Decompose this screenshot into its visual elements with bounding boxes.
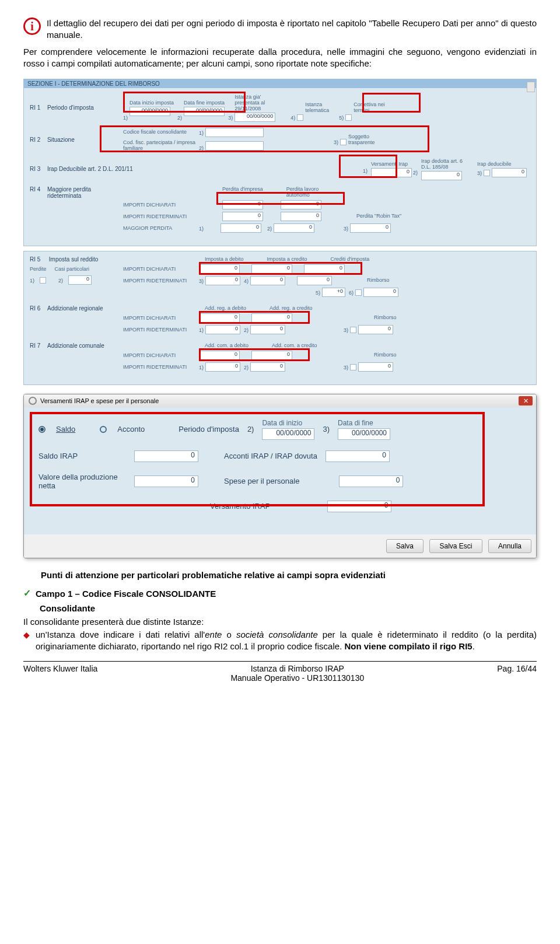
ri1-istanza-telematica-check[interactable] [297, 114, 303, 121]
acconto-radio[interactable] [100, 426, 107, 433]
saldo-radio[interactable] [38, 426, 46, 433]
ri1-data-fine[interactable]: 00/00/0000 [184, 107, 225, 116]
ri5-perdite-check[interactable] [40, 277, 46, 284]
dialog-title-text: Versamenti IRAP e spese per il personale [40, 397, 159, 404]
ri7-d-deb[interactable]: 0 [199, 351, 240, 360]
form-section-1: SEZIONE I - DETERMINAZIONE DEL RIMBORSO … [23, 79, 537, 246]
consolidante-heading: Consolidante [40, 603, 537, 613]
ri5-code: RI 5 [30, 256, 47, 263]
ri6-d-deb[interactable]: 0 [199, 313, 240, 323]
ri6-3-check[interactable] [350, 327, 356, 333]
ri3-deducibile-check[interactable] [484, 170, 490, 176]
ri6-code: RI 6 [30, 305, 47, 312]
info-text: Il dettaglio del recupero dei dati per o… [47, 18, 537, 40]
ri6-r-2[interactable]: 0 [250, 325, 285, 334]
ri3-versamenti[interactable]: 0 [371, 168, 412, 177]
ri3-code: RI 3 [30, 166, 47, 172]
ri5-d-cred[interactable]: 0 [251, 264, 292, 274]
ri5-casi[interactable]: 0 [68, 275, 92, 285]
footer-center1: Istanza di Rimborso IRAP [97, 664, 497, 673]
page-footer: Wolters Kluwer Italia Istanza di Rimbors… [23, 661, 537, 683]
periodo-fine[interactable]: 00/00/0000 [338, 428, 390, 440]
ri1-istanza-gia[interactable]: 00/00/0000 [235, 113, 275, 122]
ri3-desc: Irap Deducibile art. 2 D.L. 201/11 [47, 166, 146, 172]
ri5-d-ci[interactable]: 0 [304, 264, 345, 274]
periodo-inizio[interactable]: 00/00/0000 [262, 428, 314, 440]
ri7-3-check[interactable] [350, 364, 356, 370]
annulla-button[interactable]: Annulla [488, 539, 531, 553]
acconti-input[interactable]: 0 [326, 450, 390, 462]
ri6-d-cred[interactable]: 0 [251, 313, 292, 323]
ri7-desc: Addizionale comunale [47, 342, 123, 349]
ri7-d-cred[interactable]: 0 [251, 351, 292, 360]
footer-left: Wolters Kluwer Italia [23, 664, 97, 683]
ri5-r-3[interactable]: 0 [205, 276, 240, 285]
ri5-rimborso[interactable]: 0 [363, 288, 398, 297]
valore-input[interactable]: 0 [134, 476, 198, 487]
intro-paragraph: Per comprendere velocemente le informazi… [23, 46, 537, 70]
ri2-cf-consolidante[interactable] [205, 128, 264, 137]
versamento-input[interactable]: 0 [327, 501, 391, 512]
check-icon: ✓ [23, 589, 31, 598]
ri7-r-2[interactable]: 0 [250, 362, 285, 372]
ri5-5[interactable]: +0 [322, 288, 345, 297]
ri1-correttiva-check[interactable] [345, 114, 352, 121]
ri1-data-inizio[interactable]: 00/00/0000 [130, 107, 170, 116]
form-section-2: RI 5 Imposta sul reddito PerditeCasi par… [23, 251, 537, 385]
spese-input[interactable]: 0 [339, 476, 403, 487]
ri4-rid-impresa[interactable]: 0 [222, 212, 263, 221]
campo1-heading: Campo 1 – Codice Fiscale CONSOLIDANTE [36, 589, 216, 599]
ri2-desc: Situazione [47, 137, 123, 143]
ri4-dich-autonomo[interactable]: 0 [281, 200, 321, 209]
ri5-r-ci[interactable]: 0 [297, 276, 332, 285]
ri2-cf-partecipata[interactable] [205, 141, 264, 151]
ri4-rid-autonomo[interactable]: 0 [281, 212, 321, 221]
ri5-desc: Imposta sul reddito [49, 256, 99, 263]
info-icon: i [23, 18, 41, 35]
ri5-r-4[interactable]: 0 [250, 276, 285, 285]
ri4-mag-2[interactable]: 0 [274, 223, 314, 233]
close-icon[interactable]: ✕ [519, 396, 533, 405]
section-title: SEZIONE I - DETERMINAZIONE DEL RIMBORSO [24, 79, 536, 88]
ri5-6-check[interactable] [355, 289, 362, 296]
ri1-desc: Periodo d'imposta [47, 104, 123, 111]
ri6-rimborso[interactable]: 0 [358, 325, 393, 334]
ri3-deducibile[interactable]: 0 [492, 168, 527, 177]
footer-center2: Manuale Operativo - UR1301130130 [97, 673, 497, 683]
ri4-mag-1[interactable]: 0 [220, 223, 261, 233]
footer-right: Pag. 16/44 [497, 664, 537, 683]
ri6-desc: Addizionale regionale [47, 305, 123, 312]
ri2-code: RI 2 [30, 137, 47, 143]
ri4-dich-impresa[interactable]: 0 [222, 200, 263, 209]
ri3-dedotta[interactable]: 0 [421, 171, 462, 180]
ri7-rimborso[interactable]: 0 [358, 362, 393, 372]
ri7-code: RI 7 [30, 342, 47, 349]
bullet-icon: ◆ [23, 629, 30, 641]
salva-button[interactable]: Salva [386, 539, 424, 553]
scrollbar[interactable] [527, 82, 535, 92]
saldo-irap-input[interactable]: 0 [134, 450, 198, 462]
ri4-desc: Maggiore perdita rideterminata [47, 186, 123, 199]
ri2-soggetto-check[interactable] [340, 139, 346, 145]
bullet-text: un'Istanza dove indicare i dati relativi… [36, 629, 537, 653]
ri6-r-1[interactable]: 0 [205, 325, 240, 334]
ri1-code: RI 1 [30, 104, 47, 111]
dialog-icon [29, 397, 37, 405]
ri7-r-1[interactable]: 0 [205, 362, 240, 372]
salva-esci-button[interactable]: Salva Esci [429, 539, 482, 553]
list-intro: Il consolidante presenterà due distinte … [23, 617, 537, 627]
ri4-code: RI 4 [30, 186, 47, 193]
attention-title: Punti di attenzione per particolari prob… [41, 570, 537, 580]
versamenti-dialog: Versamenti IRAP e spese per il personale… [23, 394, 537, 558]
ri5-d-deb[interactable]: 0 [199, 264, 240, 274]
ri4-mag-3[interactable]: 0 [350, 223, 391, 233]
